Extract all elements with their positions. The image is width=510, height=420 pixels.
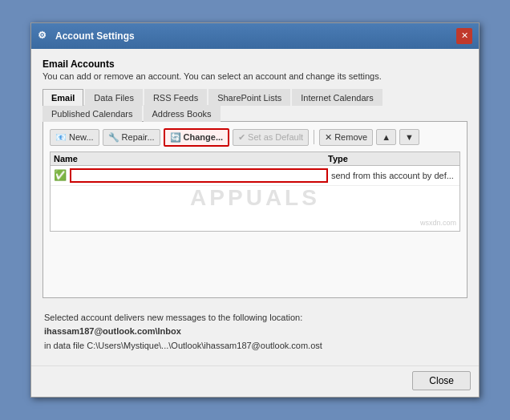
remove-icon: ✕	[325, 132, 332, 143]
col-type: Type	[328, 154, 456, 164]
tab-published-calendars[interactable]: Published Calendars	[42, 105, 142, 122]
list-content: ✅ send from this account by def... APPUA…	[51, 166, 459, 230]
tab-data-files[interactable]: Data Files	[85, 89, 143, 106]
footer-info-line1: Selected account delivers new messages t…	[44, 311, 466, 325]
tab-bar: Email Data Files RSS Feeds SharePoint Li…	[42, 89, 468, 122]
remove-label: Remove	[334, 132, 367, 142]
dialog-icon: ⚙	[38, 30, 51, 42]
account-icon: ✅	[54, 169, 67, 181]
toolbar-separator	[314, 130, 314, 144]
remove-button[interactable]: ✕ Remove	[319, 129, 373, 146]
repair-label: Repair...	[122, 132, 155, 142]
wsxdn-credit: wsxdn.com	[420, 219, 456, 227]
new-label: New...	[69, 132, 94, 142]
close-button[interactable]: Close	[412, 371, 471, 390]
repair-button[interactable]: 🔧 Repair...	[103, 129, 160, 146]
dialog-title: Account Settings	[55, 30, 135, 42]
footer-info: Selected account delivers new messages t…	[42, 306, 468, 358]
section-title: Email Accounts	[42, 59, 468, 70]
move-up-button[interactable]: ▲	[376, 129, 396, 145]
title-bar: ⚙ Account Settings ✕	[31, 23, 479, 49]
title-bar-left: ⚙ Account Settings	[38, 30, 135, 42]
tab-address-books[interactable]: Address Books	[144, 105, 221, 122]
account-name-field[interactable]	[70, 168, 328, 183]
change-button[interactable]: 🔄 Change...	[164, 128, 230, 147]
inbox-path: ihassam187@outlook.com\Inbox	[44, 325, 466, 339]
tab-rss-feeds[interactable]: RSS Feeds	[144, 89, 207, 106]
list-header: Name Type	[51, 152, 459, 166]
repair-icon: 🔧	[108, 132, 119, 143]
up-icon: ▲	[382, 132, 391, 142]
set-default-label: Set as Default	[248, 132, 303, 142]
down-icon: ▼	[405, 132, 414, 142]
tab-content-email: 📧 New... 🔧 Repair... 🔄 Change... ✔ Set a…	[42, 122, 468, 298]
set-default-button[interactable]: ✔ Set as Default	[233, 129, 309, 146]
account-settings-dialog: ⚙ Account Settings ✕ Email Accounts You …	[30, 22, 480, 398]
table-row[interactable]: ✅ send from this account by def...	[51, 166, 459, 186]
change-label: Change...	[184, 132, 224, 142]
close-icon[interactable]: ✕	[456, 28, 472, 44]
set-default-icon: ✔	[238, 132, 245, 143]
tab-email[interactable]: Email	[42, 89, 83, 106]
new-button[interactable]: 📧 New...	[50, 129, 99, 146]
dialog-body: Email Accounts You can add or remove an …	[31, 49, 479, 366]
section-description: You can add or remove an account. You ca…	[42, 71, 468, 81]
account-list: Name Type ✅ send from this account by de…	[50, 151, 460, 232]
account-type: send from this account by def...	[328, 171, 456, 180]
data-file-path: in data file C:\Users\Mystique\...\Outlo…	[44, 339, 466, 353]
new-icon: 📧	[55, 132, 67, 143]
tab-internet-calendars[interactable]: Internet Calendars	[292, 89, 382, 106]
move-down-button[interactable]: ▼	[399, 129, 419, 145]
accounts-toolbar: 📧 New... 🔧 Repair... 🔄 Change... ✔ Set a…	[50, 128, 460, 147]
col-name: Name	[54, 154, 328, 164]
tab-sharepoint[interactable]: SharePoint Lists	[208, 89, 290, 106]
change-icon: 🔄	[170, 132, 181, 143]
dialog-footer: Close	[31, 365, 479, 397]
